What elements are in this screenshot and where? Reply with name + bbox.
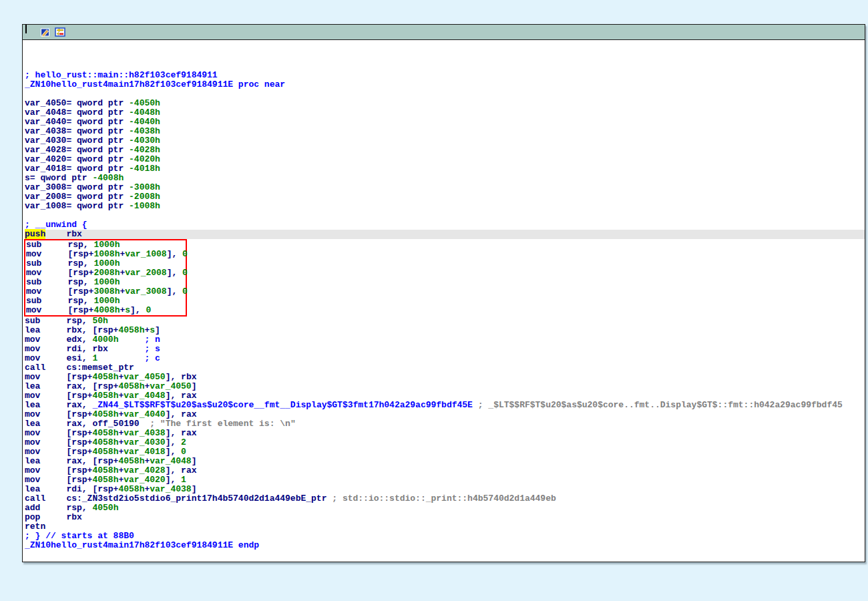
- asm-line[interactable]: mov [rsp+4058h+var_4050], rbx: [25, 373, 865, 382]
- asm-segment: var_4020: [124, 475, 165, 485]
- asm-line[interactable]: mov [rsp+4058h+var_4028], rax: [25, 466, 865, 475]
- asm-segment: mov [rsp+: [25, 465, 92, 475]
- asm-segment: var_4048= qword ptr: [25, 108, 129, 118]
- asm-segment: lea rax, [rsp+: [25, 456, 118, 466]
- asm-line[interactable]: push rbx: [25, 230, 865, 239]
- asm-segment: 4058h: [118, 456, 144, 466]
- asm-line[interactable]: [25, 43, 865, 52]
- asm-segment: ],: [167, 286, 182, 296]
- edit-pencil-icon[interactable]: [40, 27, 51, 37]
- asm-line[interactable]: retn: [25, 522, 865, 532]
- asm-line[interactable]: lea rax, _ZN44_$LT$$RF$T$u20$as$u20$core…: [25, 401, 865, 410]
- asm-segment: lea rax, off_50190: [25, 419, 140, 429]
- jump-navigate-icon[interactable]: [55, 27, 65, 37]
- asm-segment: 4058h: [92, 409, 118, 419]
- asm-segment: 0: [146, 305, 151, 315]
- asm-line[interactable]: sub rsp, 1000h: [25, 296, 186, 306]
- asm-line[interactable]: _ZN10hello_rust4main17h82f103cef9184911E…: [25, 541, 865, 550]
- asm-line[interactable]: mov [rsp+4058h+var_4038], rax: [25, 429, 865, 438]
- asm-segment: mov [rsp+: [25, 475, 92, 485]
- asm-segment: 0: [182, 268, 188, 278]
- asm-line[interactable]: [25, 52, 865, 61]
- asm-line[interactable]: lea rax, [rsp+4058h+var_4048]: [25, 457, 865, 466]
- asm-line[interactable]: [25, 89, 865, 99]
- asm-segment: 2: [181, 437, 186, 447]
- asm-segment: -4030h: [129, 136, 160, 146]
- asm-line[interactable]: mov esi, 1 ; c: [25, 354, 865, 363]
- asm-segment: 1000h: [93, 296, 120, 306]
- asm-line[interactable]: var_4040= qword ptr -4040h: [25, 118, 865, 127]
- asm-line[interactable]: var_4018= qword ptr -4018h: [25, 164, 865, 174]
- asm-line[interactable]: var_4048= qword ptr -4048h: [25, 108, 865, 118]
- asm-segment: mov [rsp+: [26, 305, 93, 315]
- colors-palette-icon[interactable]: [25, 27, 36, 37]
- asm-segment: -4048h: [129, 108, 160, 118]
- asm-segment: var_4018= qword ptr: [25, 164, 129, 174]
- asm-segment: var_3008: [125, 286, 166, 296]
- asm-line[interactable]: mov edx, 4000h ; n: [25, 335, 865, 345]
- asm-segment: 1000h: [93, 258, 120, 268]
- asm-line[interactable]: mov [rsp+4058h+var_4018], 0: [25, 447, 865, 457]
- asm-segment: 0: [182, 249, 188, 259]
- asm-line[interactable]: call cs:_ZN3std2io5stdio6_print17h4b5740…: [25, 494, 865, 504]
- asm-segment: retn: [25, 522, 45, 532]
- asm-line[interactable]: var_1008= qword ptr -1008h: [25, 202, 865, 211]
- asm-line[interactable]: sub rsp, 1000h: [25, 240, 186, 250]
- asm-segment: var_4020= qword ptr: [25, 154, 129, 164]
- asm-line[interactable]: lea rax, [rsp+4058h+var_4050]: [25, 382, 865, 391]
- asm-line[interactable]: ; } // starts at 88B0: [25, 532, 865, 541]
- asm-line[interactable]: lea rbx, [rsp+4058h+s]: [25, 326, 865, 335]
- asm-line[interactable]: mov rdi, rbx ; s: [25, 345, 865, 354]
- asm-line[interactable]: var_3008= qword ptr -3008h: [25, 183, 865, 192]
- asm-line[interactable]: var_4028= qword ptr -4028h: [25, 146, 865, 155]
- asm-segment: ],: [167, 268, 182, 278]
- asm-segment: s: [125, 305, 130, 315]
- asm-line[interactable]: _ZN10hello_rust4main17h82f103cef9184911E…: [25, 80, 865, 89]
- asm-line[interactable]: add rsp, 4050h: [25, 504, 865, 513]
- asm-segment: mov rdi, rbx: [25, 344, 108, 354]
- asm-segment: -2008h: [129, 192, 160, 202]
- asm-line[interactable]: mov [rsp+4008h+s], 0: [25, 306, 186, 315]
- asm-line[interactable]: mov [rsp+4058h+var_4040], rax: [25, 410, 865, 419]
- asm-line[interactable]: ; __unwind {: [25, 220, 865, 230]
- asm-line[interactable]: lea rax, off_50190 ; "The first element …: [25, 419, 865, 429]
- disassembly-toolbar: [23, 25, 865, 40]
- asm-segment: ; n: [118, 335, 160, 345]
- asm-segment: -4028h: [129, 145, 160, 155]
- asm-segment: ],: [167, 249, 182, 259]
- asm-line[interactable]: var_4030= qword ptr -4030h: [25, 136, 865, 146]
- asm-segment: ]: [192, 456, 197, 466]
- asm-line[interactable]: ; hello_rust::main::h82f103cef9184911: [25, 71, 865, 80]
- asm-segment: ; hello_rust::main::h82f103cef9184911: [25, 70, 218, 80]
- asm-line[interactable]: mov [rsp+2008h+var_2008], 0: [25, 268, 186, 278]
- asm-segment: -1008h: [129, 201, 160, 211]
- asm-line[interactable]: [25, 61, 865, 71]
- asm-line[interactable]: var_2008= qword ptr -2008h: [25, 192, 865, 202]
- asm-segment: ]: [192, 484, 197, 494]
- asm-line[interactable]: var_4020= qword ptr -4020h: [25, 155, 865, 164]
- asm-line[interactable]: lea rdi, [rsp+4058h+var_4038]: [25, 485, 865, 494]
- asm-line[interactable]: mov [rsp+4058h+var_4030], 2: [25, 438, 865, 447]
- asm-line[interactable]: call cs:memset_ptr: [25, 363, 865, 373]
- asm-line[interactable]: sub rsp, 1000h: [25, 259, 186, 268]
- asm-line[interactable]: [25, 211, 865, 220]
- asm-segment: 1000h: [93, 277, 120, 287]
- asm-segment: sub rsp,: [26, 258, 93, 268]
- asm-segment: 4058h: [118, 381, 144, 391]
- asm-line[interactable]: mov [rsp+4058h+var_4020], 1: [25, 475, 865, 485]
- asm-line[interactable]: var_4050= qword ptr -4050h: [25, 99, 865, 108]
- asm-segment: var_4040= qword ptr: [25, 117, 129, 127]
- asm-line[interactable]: mov [rsp+1008h+var_1008], 0: [25, 250, 186, 259]
- asm-segment: -4040h: [129, 117, 160, 127]
- asm-line[interactable]: mov [rsp+4058h+var_4048], rax: [25, 391, 865, 401]
- asm-line[interactable]: sub rsp, 1000h: [25, 278, 186, 287]
- asm-segment: add rsp,: [25, 503, 92, 513]
- asm-line[interactable]: sub rsp, 50h: [25, 317, 865, 326]
- asm-line[interactable]: pop rbx: [25, 513, 865, 522]
- asm-line[interactable]: s= qword ptr -4008h: [25, 174, 865, 183]
- asm-segment: mov [rsp+: [26, 286, 93, 296]
- asm-line[interactable]: var_4038= qword ptr -4038h: [25, 127, 865, 136]
- asm-segment: mov [rsp+: [25, 437, 92, 447]
- asm-line[interactable]: mov [rsp+3008h+var_3008], 0: [25, 287, 186, 296]
- asm-segment: var_4048: [150, 456, 191, 466]
